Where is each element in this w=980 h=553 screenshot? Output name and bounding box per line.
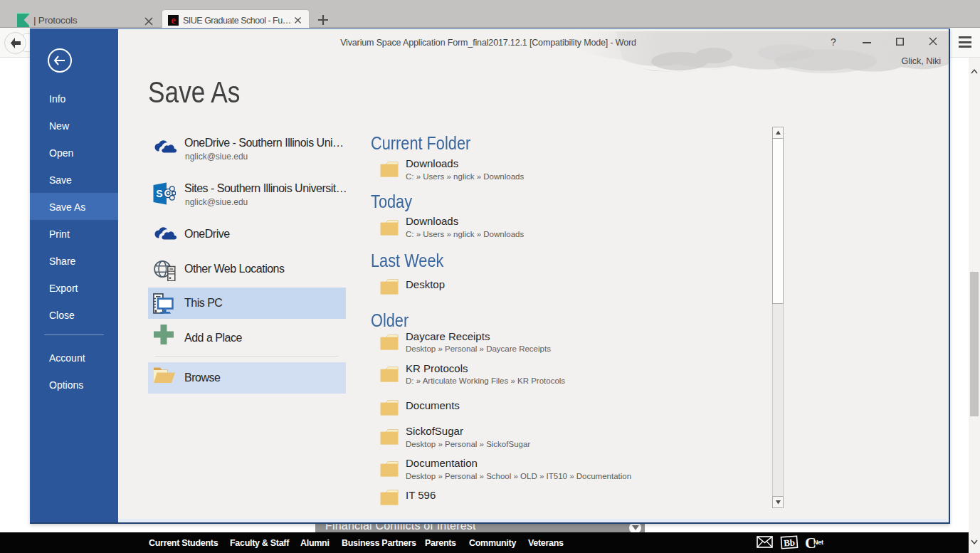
- svg-text:Bb: Bb: [784, 537, 796, 548]
- svg-text:S: S: [156, 188, 162, 199]
- svg-text:e: e: [171, 15, 175, 26]
